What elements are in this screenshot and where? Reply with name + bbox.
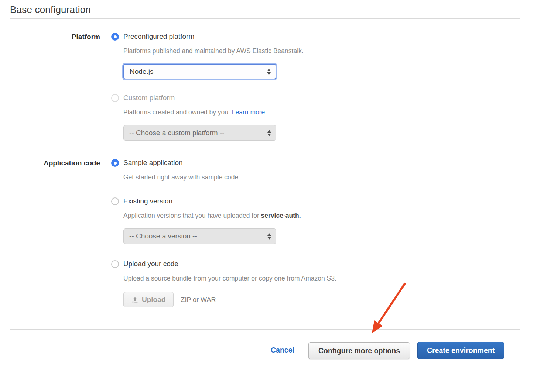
page-title: Base configuration [10,4,91,16]
configure-more-options-button[interactable]: Configure more options [308,342,410,359]
custom-platform-label[interactable]: Custom platform [123,93,554,102]
cancel-link[interactable]: Cancel [271,346,294,354]
existing-version-description-suffix: . [299,212,301,219]
base-configuration-page: Base configuration Platform Preconfigure… [0,0,554,392]
create-environment-button[interactable]: Create environment [417,342,504,359]
platform-select-value: Node.js [130,68,153,76]
existing-version-option: Existing version Application versions th… [111,197,554,244]
sample-application-radio[interactable] [111,159,119,167]
preconfigured-platform-description: Platforms published and maintained by AW… [123,47,554,55]
upload-your-code-option: Upload your code Upload a source bundle … [111,259,554,307]
platform-select[interactable]: Node.js [123,64,276,79]
footer-divider [10,329,520,330]
application-name: service-auth [261,212,299,219]
existing-version-radio[interactable] [111,197,119,205]
platform-row-label: Platform [0,33,100,41]
upload-icon [131,296,138,303]
existing-version-description-text: Application versions that you have uploa… [123,212,261,219]
application-code-row-label: Application code [0,159,100,167]
preconfigured-platform-label[interactable]: Preconfigured platform [123,32,554,41]
version-select[interactable]: -- Choose a version -- [123,228,276,244]
sample-application-label[interactable]: Sample application [123,158,554,167]
custom-platform-description-text: Platforms created and owned by you. [123,109,232,116]
sample-application-description: Get started right away with sample code. [123,173,554,181]
custom-platform-description: Platforms created and owned by you. Lear… [123,109,554,116]
select-stepper-icon [267,233,271,240]
select-stepper-icon [267,69,271,75]
upload-your-code-description: Upload a source bundle from your compute… [123,275,554,282]
select-stepper-icon [267,130,271,136]
existing-version-description: Application versions that you have uploa… [123,212,554,220]
header-divider [10,18,520,19]
custom-platform-option: Custom platform Platforms created and ow… [111,93,554,141]
existing-version-label[interactable]: Existing version [123,197,554,206]
preconfigured-platform-option: Preconfigured platform Platforms publish… [111,32,554,79]
upload-your-code-label[interactable]: Upload your code [123,259,554,268]
upload-button-label: Upload [142,296,165,304]
application-code-row: Application code Sample application Get … [0,158,554,307]
preconfigured-platform-radio[interactable] [111,33,119,41]
upload-button[interactable]: Upload [123,292,174,307]
version-select-placeholder: -- Choose a version -- [129,232,197,240]
sample-application-option: Sample application Get started right awa… [111,158,554,181]
platform-row: Platform Preconfigured platform Platform… [0,32,554,141]
custom-platform-radio[interactable] [111,94,119,102]
custom-platform-select[interactable]: -- Choose a custom platform -- [123,125,276,141]
learn-more-link[interactable]: Learn more [232,109,265,116]
upload-your-code-radio[interactable] [111,260,119,268]
upload-format-hint: ZIP or WAR [181,296,216,304]
custom-platform-select-placeholder: -- Choose a custom platform -- [129,129,225,137]
